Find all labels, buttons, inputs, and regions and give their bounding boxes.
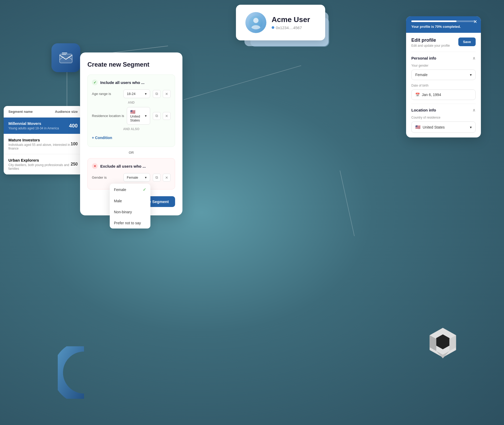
age-range-select[interactable]: 18-24 ▾: [123, 89, 150, 98]
country-field-label: Country of residence: [411, 116, 476, 119]
group-header: ✓ Include all users who ...: [92, 79, 171, 85]
svg-line-2: [184, 66, 301, 100]
chevron-up-icon-2: ∧: [472, 108, 476, 113]
dropdown-item-male[interactable]: Male: [110, 195, 150, 206]
svg-line-3: [340, 171, 354, 236]
exclude-label: Exclude all users who ...: [100, 164, 146, 168]
segment-desc: Individuals aged 55 and above, intereste…: [8, 143, 71, 150]
profile-info: Acme User 0x1234....4567: [272, 15, 316, 30]
mail-icon-card: [51, 43, 80, 72]
location-select[interactable]: 🇺🇸United States ▾: [127, 107, 150, 125]
remove-button[interactable]: ✕: [163, 112, 171, 120]
chevron-up-icon: ∧: [472, 56, 476, 61]
blue-arc-decoration: [58, 346, 110, 399]
segment-count: 100: [71, 142, 78, 146]
exclude-group-header: ✕ Exclude all users who ...: [92, 163, 171, 169]
edit-profile-panel: Your profile is 70% completed. ✕ Edit pr…: [406, 16, 481, 137]
list-item[interactable]: Urban Explorers City dwellers, both youn…: [4, 154, 82, 174]
include-icon: ✓: [92, 79, 98, 85]
country-field-select[interactable]: 🇺🇸 United States ▾: [411, 121, 476, 133]
gender-condition-row: Gender is Female ▾ ⧉ ✕: [92, 173, 171, 182]
gender-dropdown: Female ✓ Male Non-binary Prefer not to s…: [110, 184, 150, 229]
close-button[interactable]: ✕: [473, 19, 477, 25]
personal-info-section[interactable]: Personal info ∧: [411, 52, 476, 64]
segment-name: Urban Explorers: [8, 158, 71, 162]
gender-field-select[interactable]: Female ▾: [411, 70, 476, 80]
list-item[interactable]: Millennial Movers Young adults aged 18-3…: [4, 118, 82, 134]
segment-list-card: Segment name Audience size Millennial Mo…: [4, 106, 82, 174]
progress-bar-section: Your profile is 70% completed. ✕: [406, 16, 481, 33]
panel-save-button[interactable]: Save: [458, 38, 476, 46]
id-dot: [272, 26, 274, 29]
gender-field-label: Your gender: [411, 64, 476, 67]
audience-size-header: Audience size: [55, 110, 78, 114]
progress-track: [411, 20, 476, 22]
remove-button[interactable]: ✕: [163, 90, 171, 98]
segment-count: 400: [69, 123, 78, 129]
avatar: [245, 12, 266, 33]
check-icon: ✓: [143, 187, 146, 192]
calendar-icon: 📅: [415, 93, 420, 97]
dropdown-item-female[interactable]: Female ✓: [110, 184, 150, 195]
location-condition-row: Residence location is 🇺🇸United States ▾ …: [92, 107, 171, 125]
include-group: ✓ Include all users who ... Age range is…: [87, 75, 175, 147]
segment-list-header: Segment name Audience size: [4, 106, 82, 118]
modal-title: Create new Segment: [87, 61, 175, 68]
and-also-separator: AND ALSO: [92, 127, 171, 131]
add-condition-button[interactable]: + Condition: [92, 134, 171, 142]
hex-3d-decoration: [426, 325, 460, 365]
segment-name: Millennial Movers: [8, 121, 59, 126]
segment-desc: Young adults aged 18-34 in America: [8, 126, 59, 130]
location-condition-label: Residence location is: [92, 114, 124, 118]
include-label: Include all users who ...: [100, 80, 144, 85]
segment-name: Mature Investors: [8, 138, 71, 142]
gender-select[interactable]: Female ▾: [123, 173, 150, 182]
dropdown-item-prefer-not[interactable]: Prefer not to say: [110, 217, 150, 229]
progress-fill: [411, 20, 456, 22]
progress-text: Your profile is 70% completed.: [411, 25, 476, 29]
gender-condition-label: Gender is: [92, 176, 121, 179]
profile-id: 0x1234....4567: [272, 25, 316, 30]
copy-button[interactable]: ⧉: [153, 112, 161, 120]
panel-header-row: Edit profile Edit and update your profil…: [411, 38, 476, 47]
copy-button[interactable]: ⧉: [153, 90, 161, 98]
profile-card: Acme User 0x1234....4567: [236, 5, 325, 40]
segment-name-header: Segment name: [8, 110, 33, 114]
panel-title: Edit profile: [411, 38, 450, 43]
remove-button[interactable]: ✕: [163, 174, 171, 182]
dob-field-label: Date of birth: [411, 84, 476, 87]
mail-icon: [59, 50, 73, 65]
segment-count: 250: [71, 162, 78, 167]
dob-field[interactable]: 📅 Jan 6, 1994: [411, 89, 476, 100]
segment-desc: City dwellers, both young professionals …: [8, 163, 71, 171]
profile-name: Acme User: [272, 15, 316, 24]
list-item[interactable]: Mature Investors Individuals aged 55 and…: [4, 134, 82, 154]
copy-button[interactable]: ⧉: [153, 174, 161, 182]
age-condition-label: Age range is: [92, 92, 121, 96]
and-separator: AND: [92, 101, 171, 104]
exclude-icon: ✕: [92, 163, 98, 169]
dropdown-item-nonbinary[interactable]: Non-binary: [110, 206, 150, 217]
age-condition-row: Age range is 18-24 ▾ ⧉ ✕: [92, 89, 171, 98]
location-info-section[interactable]: Location info ∧: [411, 104, 476, 116]
panel-subtitle: Edit and update your profile: [411, 44, 450, 47]
or-separator: OR: [87, 151, 175, 155]
personal-info-title: Personal info: [411, 56, 436, 60]
location-info-title: Location info: [411, 108, 436, 112]
